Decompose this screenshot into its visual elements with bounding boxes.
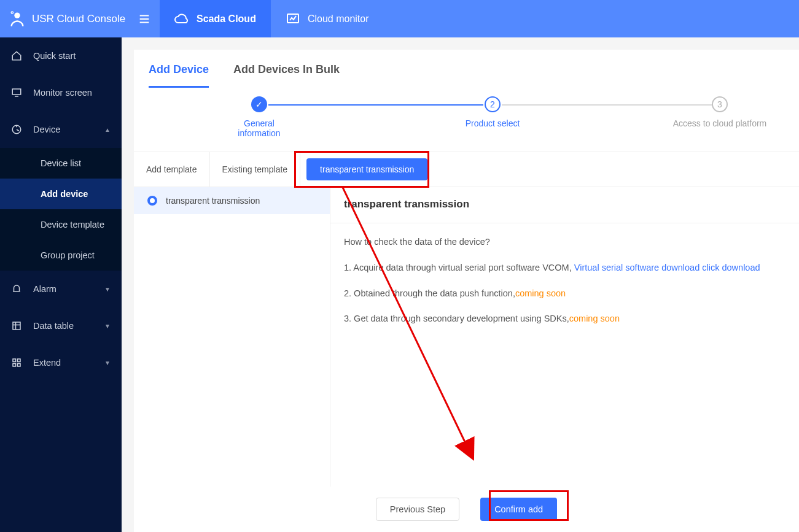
grid-icon xyxy=(11,357,22,368)
card: Add Device Add Devices In Bulk ✓ General… xyxy=(134,50,799,532)
step-label: Access to cloud platform xyxy=(665,118,775,128)
template-tabs: Add template Existing template transpare… xyxy=(134,152,799,187)
coming-soon-badge: coming soon xyxy=(515,288,566,298)
svg-rect-3 xyxy=(12,89,21,94)
sidebar: Quick start Monitor screen Device ▲ Devi… xyxy=(0,37,122,532)
previous-step-button[interactable]: Previous Step xyxy=(376,498,459,521)
table-icon xyxy=(11,320,22,331)
sidebar-item-label: Monitor screen xyxy=(33,88,92,98)
sidebar-item-data-table[interactable]: Data table ▼ xyxy=(0,307,122,344)
sidebar-sub-device-template[interactable]: Device template xyxy=(0,209,122,240)
step-number-icon: 3 xyxy=(712,96,728,112)
home-icon xyxy=(11,50,22,61)
radio-selected-icon xyxy=(147,196,157,206)
sidebar-item-label: Data table xyxy=(33,321,74,331)
cloud-icon xyxy=(174,12,189,26)
sidebar-item-device[interactable]: Device ▲ xyxy=(0,111,122,148)
footer-actions: Previous Step Confirm add xyxy=(134,487,799,532)
tab-scada-cloud[interactable]: Scada Cloud xyxy=(160,0,271,37)
chevron-down-icon: ▼ xyxy=(104,323,111,330)
sidebar-submenu-device: Device list Add device Device template G… xyxy=(0,148,122,271)
svg-point-1 xyxy=(11,11,13,13)
device-icon xyxy=(11,124,22,135)
sidebar-item-alarm[interactable]: Alarm ▼ xyxy=(0,271,122,307)
sidebar-item-label: Add device xyxy=(41,189,88,199)
annotation-arrow xyxy=(330,187,797,482)
info-title: transparent transmission xyxy=(344,198,785,210)
brand-title: USR Cloud Console xyxy=(32,13,125,25)
stepper: ✓ General information 2 Product select 3… xyxy=(149,96,784,139)
sidebar-item-quick-start[interactable]: Quick start xyxy=(0,37,122,74)
monitor-chart-icon xyxy=(286,12,300,26)
step-product-select: 2 Product select xyxy=(456,96,529,128)
sidebar-item-label: Device xyxy=(33,125,60,134)
sidebar-item-label: Group project xyxy=(41,250,95,260)
svg-rect-7 xyxy=(18,359,21,362)
tab-cloud-monitor[interactable]: Cloud monitor xyxy=(271,0,384,37)
sidebar-item-label: Extend xyxy=(33,358,61,368)
info-text: 2. Obtained through the data push functi… xyxy=(344,288,515,298)
confirm-add-button[interactable]: Confirm add xyxy=(480,498,557,521)
step-label: General information xyxy=(222,118,296,138)
tab-label: Cloud monitor xyxy=(308,13,369,25)
info-line-2: 2. Obtained through the data push functi… xyxy=(344,287,785,301)
bell-icon xyxy=(11,283,22,295)
info-line-3: 3. Get data through secondary developmen… xyxy=(344,312,785,326)
content-split: transparent transmission transparent tra… xyxy=(134,187,799,487)
check-icon: ✓ xyxy=(251,96,267,112)
person-cloud-icon xyxy=(9,10,26,28)
tpl-tab-existing-template[interactable]: Existing template xyxy=(210,152,301,187)
step-number-icon: 2 xyxy=(485,96,501,112)
brand[interactable]: USR Cloud Console xyxy=(0,0,160,37)
info-text: 3. Get data through secondary developmen… xyxy=(344,314,569,323)
option-transparent[interactable]: transparent transmission xyxy=(134,187,330,214)
sidebar-item-extend[interactable]: Extend ▼ xyxy=(0,344,122,381)
tpl-tab-add-template[interactable]: Add template xyxy=(134,152,210,187)
sidebar-item-label: Quick start xyxy=(33,51,76,61)
option-panel: transparent transmission xyxy=(134,187,330,487)
step-access-cloud: 3 Access to cloud platform xyxy=(665,96,775,128)
sidebar-item-monitor-screen[interactable]: Monitor screen xyxy=(0,74,122,111)
info-text: 1. Acquire data through virtual serial p… xyxy=(344,263,574,272)
topbar: USR Cloud Console Scada Cloud Cloud moni… xyxy=(0,0,799,37)
hamburger-icon[interactable] xyxy=(138,12,151,26)
chevron-up-icon: ▲ xyxy=(104,126,111,133)
step-label: Product select xyxy=(456,118,529,128)
tab-add-device[interactable]: Add Device xyxy=(149,63,209,88)
tab-add-devices-bulk[interactable]: Add Devices In Bulk xyxy=(233,63,340,88)
sidebar-item-label: Device template xyxy=(41,220,104,229)
sidebar-sub-device-list[interactable]: Device list xyxy=(0,148,122,179)
main: Add Device Add Devices In Bulk ✓ General… xyxy=(122,37,799,532)
page-tabs: Add Device Add Devices In Bulk xyxy=(134,50,799,88)
sidebar-item-label: Device list xyxy=(41,158,81,168)
svg-point-0 xyxy=(14,12,20,18)
info-question: How to check the data of the device? xyxy=(344,236,785,249)
svg-rect-9 xyxy=(18,364,21,367)
tab-label: Scada Cloud xyxy=(197,13,256,25)
info-panel: transparent transmission How to check th… xyxy=(330,187,799,487)
svg-rect-8 xyxy=(13,364,16,367)
step-general-info: ✓ General information xyxy=(222,96,296,138)
sidebar-item-label: Alarm xyxy=(33,284,57,294)
link-vcom-download[interactable]: Virtual serial software download click d… xyxy=(574,263,760,272)
sidebar-sub-group-project[interactable]: Group project xyxy=(0,240,122,271)
option-label: transparent transmission xyxy=(166,196,260,206)
info-line-1: 1. Acquire data through virtual serial p… xyxy=(344,261,785,275)
svg-rect-5 xyxy=(13,322,20,330)
monitor-icon xyxy=(11,87,22,98)
svg-rect-6 xyxy=(13,359,16,362)
chevron-down-icon: ▼ xyxy=(104,360,111,366)
chevron-down-icon: ▼ xyxy=(104,286,111,293)
tpl-tab-transparent[interactable]: transparent transmission xyxy=(306,158,427,180)
sidebar-sub-add-device[interactable]: Add device xyxy=(0,179,122,209)
coming-soon-badge: coming soon xyxy=(569,314,620,323)
